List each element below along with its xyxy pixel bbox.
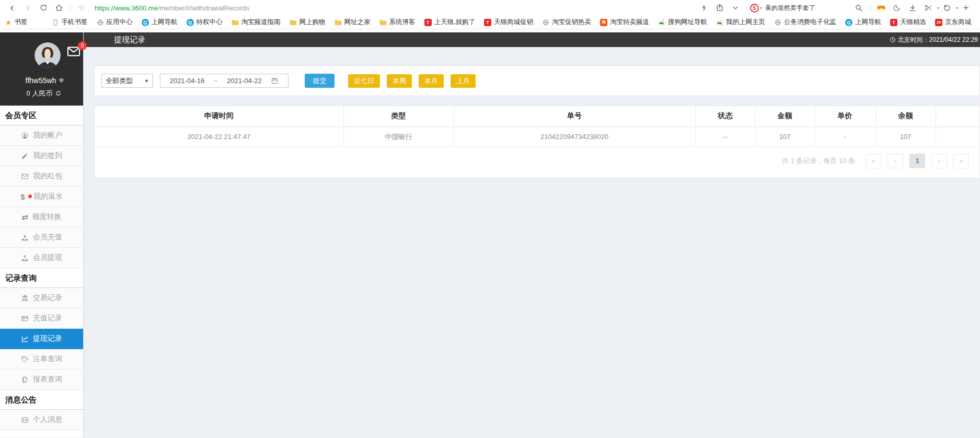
- bookmark-item[interactable]: JD京东商城: [935, 18, 971, 27]
- sidebar-item-quota-transfer[interactable]: ⇄额度转换: [0, 207, 83, 227]
- sidebar-section-messages: 消息公告: [0, 390, 83, 410]
- sidebar-item-personal-messages[interactable]: 个人消息: [0, 410, 83, 430]
- quick-this-month-button[interactable]: 本月: [419, 74, 444, 88]
- url-path: /member/#/withdrawalRecords: [158, 4, 250, 12]
- sidebar-item-my-redpacket[interactable]: 我的红包: [0, 166, 83, 187]
- note-label[interactable]: 美的居然卖手套了: [765, 4, 815, 13]
- bookmark-item[interactable]: 网址之家: [335, 18, 371, 27]
- type-select[interactable]: 全部类型 ▼: [101, 74, 153, 88]
- bookmark-item[interactable]: 网上购物: [290, 18, 326, 27]
- sidebar-item-withdrawal-records[interactable]: 提现记录: [0, 329, 83, 349]
- col-unit-price: 单价: [814, 106, 875, 126]
- main-area: 提现记录 北京时间：2021/04/22 22:29 全部类型 ▼ 2021-0…: [84, 32, 980, 437]
- refresh-balance-icon[interactable]: [55, 90, 62, 97]
- phone-icon: [52, 19, 59, 26]
- quick-last7-button[interactable]: 近七日: [348, 74, 380, 88]
- sidebar-section-members: 会员专区: [0, 106, 83, 125]
- bookmark-item[interactable]: 淘宝促销热卖: [542, 18, 591, 27]
- bookmark-item[interactable]: 公务消费电子化监: [774, 18, 836, 27]
- search-icon[interactable]: [851, 0, 867, 16]
- sidebar: 0 ffhw55wh 0 人民币 会员专区 我的帐户 我的签到 我的红包 $我的…: [0, 32, 84, 437]
- tmall-icon: T: [890, 19, 897, 26]
- game-center-icon[interactable]: [873, 0, 889, 16]
- sidebar-item-member-withdraw[interactable]: 会员提现: [0, 248, 83, 268]
- quick-last-month-button[interactable]: 上月: [451, 74, 476, 88]
- submit-button[interactable]: 提交: [305, 74, 335, 88]
- divider: [746, 4, 747, 12]
- lightning-icon[interactable]: [696, 0, 712, 16]
- id-card-icon: [21, 416, 29, 424]
- night-mode-moon-icon[interactable]: [889, 0, 905, 16]
- s-extension-icon[interactable]: S: [750, 4, 759, 13]
- bookmarks-bar: ★书签 手机书签 应用中心 Q上网导航 Q特权中心 淘宝频道指南 网上购物 网址…: [0, 16, 980, 29]
- globe-icon: [774, 19, 781, 26]
- bookmark-item[interactable]: 淘宝频道指南: [232, 18, 281, 27]
- refresh-icon[interactable]: [36, 0, 51, 16]
- bookmark-item[interactable]: 手机书签: [52, 18, 88, 27]
- q-logo-icon: Q: [187, 19, 194, 26]
- sidebar-item-my-checkin[interactable]: 我的签到: [0, 146, 83, 166]
- col-balance: 余额: [875, 106, 936, 126]
- forward-icon[interactable]: ›: [20, 0, 36, 16]
- bookmark-item[interactable]: T天猫商城促销: [484, 18, 533, 27]
- bookmark-page-star-icon[interactable]: ☆: [74, 0, 89, 16]
- download-icon[interactable]: [905, 0, 920, 16]
- page-1-button[interactable]: 1: [909, 154, 925, 168]
- date-range-picker[interactable]: 2021-04-16 ~ 2021-04-22: [160, 74, 289, 88]
- globe-icon: [542, 19, 549, 26]
- page-prev-button[interactable]: ‹: [887, 154, 903, 168]
- cell-order-no: 210422094734238020: [454, 126, 695, 147]
- bookmark-item[interactable]: 搜狗网址导航: [658, 18, 707, 27]
- sidebar-item-my-account[interactable]: 我的帐户: [0, 125, 83, 146]
- share-icon[interactable]: [712, 0, 728, 16]
- bookmark-item[interactable]: ★书签: [5, 18, 28, 27]
- avatar[interactable]: [34, 42, 61, 68]
- new-tab-plus-icon[interactable]: +: [958, 0, 974, 16]
- filter-bar: 全部类型 ▼ 2021-04-16 ~ 2021-04-22 提交 近七日 本周…: [94, 65, 980, 96]
- address-bar[interactable]: https://www.3600.me/member/#/withdrawalR…: [95, 4, 249, 12]
- home-icon[interactable]: [51, 0, 67, 16]
- page-next-button[interactable]: ›: [931, 154, 947, 168]
- sidebar-item-my-rebate[interactable]: $我的返水: [0, 187, 83, 207]
- beijing-time: 北京时间：2021/04/22 22:29: [890, 36, 978, 44]
- mail-icon[interactable]: 0: [67, 47, 80, 59]
- withdraw-icon: [21, 254, 29, 262]
- col-status: 状态: [695, 106, 755, 126]
- date-to: 2021-04-22: [227, 77, 262, 85]
- url-host: https://www.3600.me: [95, 4, 158, 12]
- screenshot-scissors-icon[interactable]: [920, 0, 936, 16]
- col-order-no: 单号: [454, 106, 695, 126]
- bookmark-item[interactable]: Q上网导航: [845, 18, 881, 27]
- sidebar-item-deposit-records[interactable]: 充值记录: [0, 308, 83, 329]
- divider: [70, 4, 71, 12]
- caret-down-icon[interactable]: ▾: [760, 6, 762, 10]
- bookmark-item[interactable]: Q特权中心: [187, 18, 223, 27]
- user-icon: [21, 132, 29, 140]
- bookmark-item[interactable]: 应用中心: [97, 18, 133, 27]
- bookmark-item[interactable]: 系统博客: [379, 18, 416, 27]
- pencil-icon: [21, 152, 29, 160]
- sidebar-item-report-query[interactable]: 报表查询: [0, 370, 83, 390]
- chart-line-icon: [21, 335, 29, 343]
- user-panel: 0 ffhw55wh 0 人民币: [0, 32, 83, 106]
- sidebar-item-member-deposit[interactable]: 会员充值: [0, 227, 83, 248]
- folder-icon: [290, 19, 297, 26]
- bookmark-item[interactable]: T上天猫,就购了: [424, 18, 475, 27]
- cell-type: 中国银行: [343, 126, 454, 147]
- page-first-button[interactable]: «: [866, 154, 881, 168]
- sidebar-item-bet-query[interactable]: 注单查询: [0, 349, 83, 370]
- bookmark-item[interactable]: 我的上网主页: [716, 18, 765, 27]
- quick-this-week-button[interactable]: 本周: [387, 74, 412, 88]
- back-icon[interactable]: ‹: [4, 0, 20, 16]
- cell-filler: [936, 126, 979, 147]
- cell-balance: 107: [875, 126, 936, 147]
- bookmark-item[interactable]: 淘淘宝特卖频道: [600, 18, 649, 27]
- sidebar-item-transaction-records[interactable]: 交易记录: [0, 288, 83, 308]
- date-from: 2021-04-16: [170, 77, 205, 85]
- undo-history-icon[interactable]: [939, 0, 955, 16]
- bookmark-item[interactable]: Q上网导航: [142, 18, 178, 27]
- table-row: 2021-04-22 21:47:47 中国银行 210422094734238…: [95, 126, 979, 147]
- page-last-button[interactable]: »: [953, 154, 969, 168]
- bookmark-item[interactable]: T天猫精选: [890, 18, 926, 27]
- chevron-down-icon[interactable]: [728, 0, 743, 16]
